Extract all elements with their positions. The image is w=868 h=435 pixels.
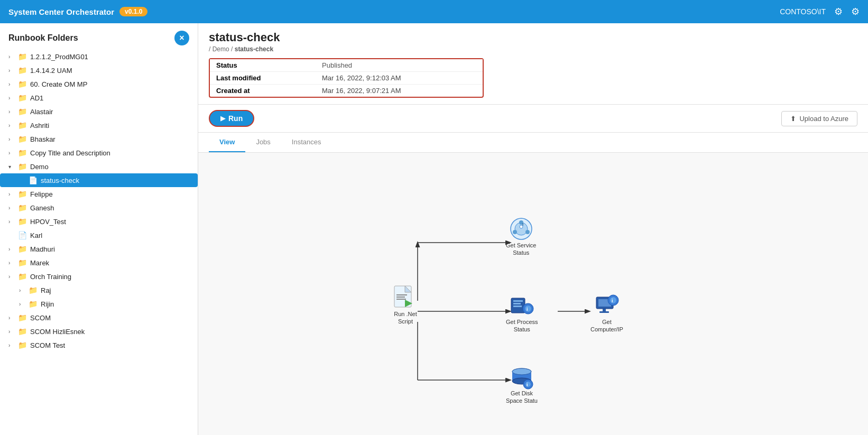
folder-icon: 📁 bbox=[29, 286, 38, 294]
sidebar-item-label: Copy Title and Description bbox=[30, 149, 193, 157]
topbar-right: CONTOSO\IT ⚙ ⚙ bbox=[780, 6, 860, 17]
breadcrumb-root[interactable]: Demo bbox=[213, 45, 229, 53]
svg-rect-22 bbox=[513, 306, 522, 307]
sidebar-item-label: Madhuri bbox=[30, 245, 193, 253]
svg-point-36 bbox=[512, 368, 531, 375]
folder-icon: 📁 bbox=[18, 80, 27, 88]
sidebar-item-label: SCOM Test bbox=[30, 341, 193, 349]
svg-rect-20 bbox=[513, 300, 523, 302]
sidebar-item-label: 60. Create OM MP bbox=[30, 80, 193, 88]
info-row-modified: Last modified Mar 16, 2022, 9:12:03 AM bbox=[210, 72, 483, 85]
folder-icon: 📁 bbox=[18, 94, 27, 102]
sidebar-item-folder-scom[interactable]: ›📁SCOM bbox=[0, 311, 198, 325]
sidebar-item-folder-1414[interactable]: ›📁1.4.14.2 UAM bbox=[0, 63, 198, 77]
sidebar-item-folder-bhaskar[interactable]: ›📁Bhaskar bbox=[0, 132, 198, 146]
chevron-icon: › bbox=[8, 219, 16, 225]
node-get-process-status[interactable]: i Get ProcessStatus bbox=[506, 293, 538, 334]
folder-icon: 📁 bbox=[18, 135, 27, 143]
run-button[interactable]: ▶ Run bbox=[209, 110, 254, 127]
sidebar-item-folder-scom-hizli[interactable]: ›📁SCOM HizliEsnek bbox=[0, 325, 198, 338]
topbar-left: System Center Orchestrator v0.1.0 bbox=[8, 7, 147, 16]
sidebar-item-folder-karl[interactable]: 📄Karl bbox=[0, 228, 198, 242]
folder-icon: 📁 bbox=[18, 190, 27, 198]
svg-text:i: i bbox=[612, 298, 613, 303]
breadcrumb-separator: / bbox=[209, 45, 213, 53]
chevron-icon: › bbox=[8, 81, 16, 87]
tab-view[interactable]: View bbox=[209, 133, 245, 152]
play-icon: ▶ bbox=[220, 115, 225, 122]
sidebar-item-folder-ashriti[interactable]: ›📁Ashriti bbox=[0, 118, 198, 132]
svg-text:i: i bbox=[527, 382, 528, 387]
chevron-icon: › bbox=[8, 136, 16, 142]
svg-point-15 bbox=[513, 230, 517, 234]
node-get-disk-space[interactable]: i Get DiskSpace Statu bbox=[506, 364, 538, 405]
node-run-net-script[interactable]: Run .NetScript bbox=[391, 285, 420, 326]
info-row-status: Status Published bbox=[210, 59, 483, 72]
chevron-icon: › bbox=[8, 274, 16, 280]
status-value: Published bbox=[322, 61, 352, 69]
folder-icon: 📁 bbox=[18, 121, 27, 129]
sidebar-item-label: Marek bbox=[30, 259, 193, 267]
sidebar-item-folder-scom-test[interactable]: ›📁SCOM Test bbox=[0, 338, 198, 352]
sidebar-item-folder-60[interactable]: ›📁60. Create OM MP bbox=[0, 77, 198, 91]
layout: Runbook Folders × ›📁1.2.1.2_ProdMG01›📁1.… bbox=[0, 23, 868, 435]
preferences-icon[interactable]: ⚙ bbox=[834, 6, 843, 17]
svg-point-24 bbox=[525, 306, 531, 312]
folder-icon: 📁 bbox=[18, 245, 27, 253]
chevron-icon: › bbox=[8, 315, 16, 321]
sidebar-header: Runbook Folders × bbox=[0, 23, 198, 50]
folder-icon: 📁 bbox=[18, 66, 27, 75]
settings-icon[interactable]: ⚙ bbox=[851, 6, 860, 17]
sidebar-close-button[interactable]: × bbox=[174, 31, 189, 45]
upload-icon: ⬆ bbox=[790, 115, 796, 123]
sidebar-item-label: Orch Training bbox=[30, 273, 193, 281]
sidebar-item-label: Rijin bbox=[41, 300, 193, 308]
folder-icon: 📁 bbox=[18, 313, 27, 322]
modified-value: Mar 16, 2022, 9:12:03 AM bbox=[322, 74, 401, 82]
svg-rect-8 bbox=[396, 294, 407, 295]
sidebar-item-folder-copy[interactable]: ›📁Copy Title and Description bbox=[0, 146, 198, 160]
runbook-title: status-check bbox=[209, 31, 857, 44]
upload-azure-button[interactable]: ⬆ Upload to Azure bbox=[781, 111, 857, 126]
sidebar-item-label: HPOV_Test bbox=[30, 218, 193, 226]
chevron-icon: › bbox=[8, 109, 16, 115]
svg-point-16 bbox=[525, 230, 530, 234]
node-get-computer-ip[interactable]: i GetComputer/IP bbox=[590, 293, 623, 334]
folder-icon: 📁 bbox=[18, 217, 27, 226]
svg-rect-28 bbox=[603, 309, 606, 311]
sidebar-item-label: Felippe bbox=[30, 190, 193, 198]
sidebar-item-folder-1212[interactable]: ›📁1.2.1.2_ProdMG01 bbox=[0, 50, 198, 63]
breadcrumb-current: status-check bbox=[235, 45, 273, 53]
sidebar-item-folder-orch[interactable]: ›📁Orch Training bbox=[0, 270, 198, 283]
sidebar-item-folder-rijin[interactable]: ›📁Rijin bbox=[0, 297, 198, 311]
user-label: CONTOSO\IT bbox=[780, 7, 826, 16]
sidebar-item-folder-alastair[interactable]: ›📁Alastair bbox=[0, 105, 198, 118]
sidebar-item-folder-ad1[interactable]: ›📁AD1 bbox=[0, 91, 198, 105]
sidebar-item-label: Ganesh bbox=[30, 204, 193, 212]
tab-jobs[interactable]: Jobs bbox=[245, 133, 281, 152]
sidebar-item-label: Demo bbox=[30, 163, 193, 171]
sidebar: Runbook Folders × ›📁1.2.1.2_ProdMG01›📁1.… bbox=[0, 23, 198, 435]
modified-label: Last modified bbox=[216, 74, 322, 82]
sidebar-item-folder-hpov[interactable]: ›📁HPOV_Test bbox=[0, 215, 198, 228]
node-get-service-status[interactable]: i Get ServiceStatus bbox=[506, 216, 536, 257]
svg-text:i: i bbox=[522, 222, 523, 227]
tab-instances[interactable]: Instances bbox=[281, 133, 332, 152]
sidebar-item-label: AD1 bbox=[30, 94, 193, 102]
version-badge: v0.1.0 bbox=[119, 7, 147, 16]
folder-icon: 📁 bbox=[18, 162, 27, 171]
sidebar-item-folder-marek[interactable]: ›📁Marek bbox=[0, 256, 198, 270]
folder-icon: 📁 bbox=[18, 341, 27, 349]
sidebar-item-runbook-status-check[interactable]: 📄status-check bbox=[0, 173, 198, 187]
chevron-icon: › bbox=[8, 246, 16, 252]
sidebar-item-label: 1.2.1.2_ProdMG01 bbox=[30, 53, 193, 61]
sidebar-item-folder-madhuri[interactable]: ›📁Madhuri bbox=[0, 242, 198, 256]
sidebar-item-folder-demo[interactable]: ▾📁Demo bbox=[0, 160, 198, 173]
folder-icon: 📁 bbox=[29, 300, 38, 308]
chevron-icon: › bbox=[19, 288, 26, 293]
sidebar-item-folder-raj[interactable]: ›📁Raj bbox=[0, 283, 198, 297]
folder-icon: 📁 bbox=[18, 149, 27, 157]
action-bar: ▶ Run ⬆ Upload to Azure bbox=[198, 105, 868, 133]
sidebar-item-folder-felippe[interactable]: ›📁Felippe bbox=[0, 187, 198, 201]
sidebar-item-folder-ganesh[interactable]: ›📁Ganesh bbox=[0, 201, 198, 215]
